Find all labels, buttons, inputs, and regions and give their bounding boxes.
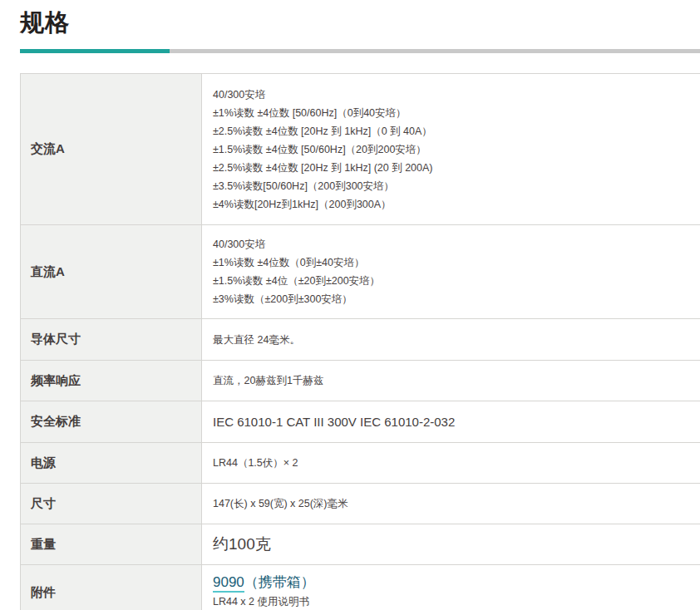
page-title: 规格 <box>20 7 700 40</box>
table-row: 电源LR44（1.5伏）× 2 <box>21 443 700 484</box>
spec-row-value: 最大直径 24毫米。 <box>202 319 700 361</box>
title-divider <box>20 49 700 53</box>
table-row: 交流A40/300安培±1%读数 ±4位数 [50/60Hz]（0到40安培）±… <box>21 74 700 225</box>
table-row: 导体尺寸最大直径 24毫米。 <box>21 319 700 361</box>
spec-row-value: LR44（1.5伏）× 2 <box>202 443 700 484</box>
spec-row-value: 约100克 <box>202 524 700 565</box>
spec-line: ±3.5%读数[50/60Hz]（200到300安培） <box>213 177 692 195</box>
spec-row-label: 重量 <box>21 524 202 565</box>
accessory-link-number: 9090 <box>213 574 244 593</box>
spec-line: 直流，20赫兹到1千赫兹 <box>213 371 692 390</box>
spec-line: ±3%读数（±200到±300安培） <box>213 290 692 308</box>
spec-line: 147(长) x 59(宽) x 25(深)毫米 <box>213 494 692 513</box>
spec-line: LR44（1.5伏）× 2 <box>213 454 692 472</box>
table-row: 重量约100克 <box>21 524 700 565</box>
table-row: 附件9090（携带箱）LR44 x 2 使用说明书 <box>21 565 700 610</box>
spec-row-label: 导体尺寸 <box>21 319 202 361</box>
spec-line: ±4%读数[20Hz到1kHz]（200到300A） <box>213 195 692 214</box>
spec-line: 40/300安培 <box>213 235 692 253</box>
spec-line: 约100克 <box>213 535 692 553</box>
spec-line: ±1%读数 ±4位数（0到±40安培） <box>213 253 692 272</box>
accessory-link[interactable]: 9090（携带箱） <box>213 574 315 593</box>
spec-row-value: 9090（携带箱）LR44 x 2 使用说明书 <box>202 565 700 610</box>
spec-row-value: IEC 61010-1 CAT III 300V IEC 61010-2-032 <box>202 401 700 443</box>
spec-row-label: 频率响应 <box>21 361 202 401</box>
spec-table-body: 交流A40/300安培±1%读数 ±4位数 [50/60Hz]（0到40安培）±… <box>21 74 700 610</box>
spec-row-value: 40/300安培±1%读数 ±4位数（0到±40安培）±1.5%读数 ±4位（±… <box>202 225 700 319</box>
spec-line: ±1%读数 ±4位数 [50/60Hz]（0到40安培） <box>213 104 692 122</box>
spec-row-label: 交流A <box>21 74 202 225</box>
spec-table: 交流A40/300安培±1%读数 ±4位数 [50/60Hz]（0到40安培）±… <box>20 73 700 610</box>
spec-line: 最大直径 24毫米。 <box>213 331 692 349</box>
spec-line: ±1.5%读数 ±4位（±20到±200安培） <box>213 272 692 290</box>
spec-line-link: 9090（携带箱） <box>213 573 692 593</box>
title-divider-accent <box>20 49 170 53</box>
spec-row-value: 40/300安培±1%读数 ±4位数 [50/60Hz]（0到40安培）±2.5… <box>202 74 700 225</box>
spec-line: ±2.5%读数 ±4位数 [20Hz 到 1kHz] (20 到 200A) <box>213 159 692 177</box>
spec-row-label: 尺寸 <box>21 484 202 524</box>
table-row: 直流A40/300安培±1%读数 ±4位数（0到±40安培）±1.5%读数 ±4… <box>21 225 700 319</box>
table-row: 安全标准IEC 61010-1 CAT III 300V IEC 61010-2… <box>21 401 700 443</box>
spec-row-label: 电源 <box>21 443 202 484</box>
spec-row-value: 直流，20赫兹到1千赫兹 <box>202 361 700 401</box>
spec-line: 40/300安培 <box>213 86 692 104</box>
spec-row-label: 直流A <box>21 225 202 319</box>
spec-line: IEC 61010-1 CAT III 300V IEC 61010-2-032 <box>213 413 692 431</box>
spec-line: ±2.5%读数 ±4位数 [20Hz 到 1kHz]（0 到 40A） <box>213 122 692 140</box>
spec-page: 规格 交流A40/300安培±1%读数 ±4位数 [50/60Hz]（0到40安… <box>0 7 700 610</box>
spec-line: ±1.5%读数 ±4位数 [50/60Hz]（20到200安培） <box>213 140 692 159</box>
table-row: 尺寸147(长) x 59(宽) x 25(深)毫米 <box>21 484 700 524</box>
table-row: 频率响应直流，20赫兹到1千赫兹 <box>21 361 700 401</box>
accessory-link-suffix: （携带箱） <box>244 574 315 590</box>
spec-row-label: 安全标准 <box>21 401 202 443</box>
spec-row-label: 附件 <box>21 565 202 610</box>
spec-line: LR44 x 2 使用说明书 <box>213 593 692 610</box>
spec-row-value: 147(长) x 59(宽) x 25(深)毫米 <box>202 484 700 524</box>
